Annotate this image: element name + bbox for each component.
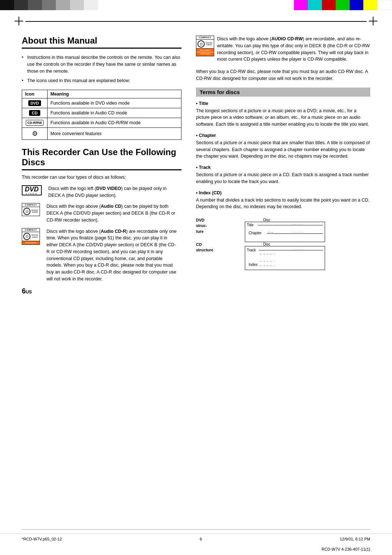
cdrw-rewritable-badge: ReWritable	[196, 52, 214, 56]
icon-col-header: Icon	[22, 90, 48, 98]
term-chapter-desc: Sections of a picture or a music piece t…	[196, 139, 370, 160]
dvd-icon-cell: DVD	[22, 98, 48, 108]
cdr-recordable-badge: Recordable	[22, 241, 40, 244]
cd-meaning-cell: Functions available in Audio CD mode	[48, 108, 181, 118]
page-number: 6	[22, 287, 26, 295]
cdrw-disc-entry: COMPACT DIGITALAUDIO Recordable ReWritab…	[196, 36, 370, 63]
cdrw-meaning-cell: Functions available in Audio CD-R/RW mod…	[48, 118, 181, 128]
svg-text:←→ ←→ ·  ·: ←→ ←→ · ·	[260, 264, 275, 267]
term-index-entry: Index (CD) A number that divides a track…	[196, 190, 370, 211]
color-block-4	[42, 0, 56, 10]
cdrw-recordable-badge: Recordable	[196, 48, 214, 52]
recorder-section-title: This Recorder Can Use the Following Disc…	[22, 147, 181, 170]
cd-logo-row1: COMPACT	[22, 203, 40, 207]
right-color-strip	[294, 0, 392, 10]
color-block-yellow	[363, 0, 377, 10]
recorder-intro: This recorder can use four types of disc…	[22, 174, 181, 181]
term-title-desc: The longest sections of a picture or a m…	[196, 108, 370, 128]
gear-icon-cell: ⚙	[22, 128, 48, 140]
dvd-chapter-label-text: Chapter	[249, 231, 262, 235]
color-block-3	[28, 0, 42, 10]
cdrw-icon: CD-R/RW	[26, 120, 44, 126]
page-number-area: 6US	[22, 287, 181, 295]
term-title-label: Title	[196, 101, 370, 106]
cdr-disc-logo: COMPACT DIGITALAUDIO Recordable	[22, 228, 40, 245]
table-row: CD Functions available in Audio CD mode	[22, 108, 181, 118]
left-color-strip	[0, 0, 98, 10]
gear-meaning-cell: More convenient features	[48, 128, 181, 140]
page-suffix: US	[26, 289, 32, 295]
bottom-divider	[0, 529, 392, 530]
cdrw-icon-cell: CD-R/RW	[22, 118, 48, 128]
cdrw-disc-circle-icon	[197, 40, 205, 48]
footer: *RCD-W7V.p65_02-12 6 12/9/01, 6:12 PM	[0, 534, 392, 544]
content-wrapper: About this Manual Instructions in this m…	[0, 32, 392, 310]
dvd-struct-label: DVDstruc-ture	[196, 218, 220, 234]
dvd-title-label-text: Title	[247, 223, 254, 227]
cdr-disc-circle-icon	[23, 233, 30, 240]
cd-digital-audio-text: DIGITALAUDIO	[31, 210, 38, 214]
cd-struct-svg: Disc Track . . . . . . . ←→ ←→ · · Ind	[220, 242, 328, 273]
svg-text:←→ ←→ ·  ·: ←→ ←→ · ·	[260, 252, 275, 256]
cdrw-note-text: When you buy a CD-RW disc, please note t…	[196, 68, 370, 82]
svg-text:· · · · · · ·: · · · · · · ·	[292, 231, 303, 234]
dvd-meaning-cell: Functions available in DVD video mode	[48, 98, 181, 108]
term-index-desc: A number that divides a track into secti…	[196, 197, 370, 211]
dvd-struct-svg: Disc Title . . . . . . . Chapter	[220, 218, 328, 245]
color-block-5	[56, 0, 70, 10]
cdr-disc-entry: COMPACT DIGITALAUDIO Recordable Discs wi…	[22, 228, 181, 283]
cd-struct-label: CDstructure	[196, 242, 220, 253]
color-block-blue	[350, 0, 363, 10]
crosshair-left-icon	[15, 17, 23, 25]
dvd-struct-row: DVDstruc-ture Disc Title	[196, 218, 370, 246]
cdrw-logo-row2: DIGITALAUDIO	[196, 40, 214, 48]
color-block-green	[336, 0, 350, 10]
right-column: COMPACT DIGITALAUDIO Recordable ReWritab…	[196, 36, 370, 295]
term-track-desc: Sections of a picture or a music piece o…	[196, 171, 370, 185]
cd-struct-row: CDstructure Disc Track . . . . .	[196, 242, 370, 274]
footer-center: 6	[200, 537, 202, 541]
dvd-logo-main-text: DVD	[23, 186, 41, 193]
cdr-digital-audio-text: DIGITALAUDIO	[31, 234, 38, 238]
cdr-logo-row1: COMPACT	[22, 228, 40, 232]
term-chapter-label: Chapter	[196, 133, 370, 138]
icon-table: Icon Meaning DVD Functions available in …	[22, 90, 181, 140]
footer-model: RCD-W7V 4-236-407-11(1)	[322, 547, 370, 551]
svg-text:. . . . . . .: . . . . . . .	[292, 222, 303, 226]
top-divider	[0, 10, 392, 32]
cd-disc-logo: COMPACT DIGITALAUDIO	[22, 203, 40, 216]
page-container: About this Manual Instructions in this m…	[0, 0, 392, 555]
cdr-disc-text: Discs with the logo above (Audio CD-R) a…	[46, 228, 178, 283]
table-row: ⚙ More convenient features	[22, 128, 181, 140]
cd-disc-label-text: Disc	[263, 242, 270, 246]
color-block-white	[377, 0, 392, 10]
color-block-6	[70, 0, 84, 10]
about-bullet-2: The icons used in this manual are explai…	[22, 77, 181, 84]
about-bullet-list: Instructions in this manual describe the…	[22, 54, 181, 84]
dvd-disc-entry: DVD VIDEO Discs with the logo left (DVD …	[22, 185, 181, 199]
dvd-icon: DVD	[28, 100, 41, 106]
color-block-7	[84, 0, 98, 10]
crosshair-right-icon	[369, 17, 377, 25]
color-block-red	[322, 0, 336, 10]
meaning-col-header: Meaning	[48, 90, 181, 98]
about-bullet-1: Instructions in this manual describe the…	[22, 54, 181, 74]
about-section-title: About this Manual	[22, 36, 181, 49]
term-chapter-entry: Chapter Sections of a picture or a music…	[196, 133, 370, 160]
top-rule-line	[25, 21, 367, 22]
term-track-label: Track	[196, 165, 370, 170]
svg-text:←→ ←→ ·  ·: ←→ ←→ · ·	[260, 260, 275, 263]
table-row: CD-R/RW Functions available in Audio CD-…	[22, 118, 181, 128]
dvd-struct-diagram: Disc Title . . . . . . . Chapter	[220, 218, 370, 246]
cdrw-logo-row1: COMPACT	[196, 36, 214, 40]
color-block-magenta	[294, 0, 308, 10]
terms-section-title: Terms for discs	[196, 88, 370, 97]
cd-struct-diagram: Disc Track . . . . . . . ←→ ←→ · · Ind	[220, 242, 370, 274]
left-column: About this Manual Instructions in this m…	[22, 36, 181, 295]
cdrw-disc-text: Discs with the logo above (AUDIO CD-RW) …	[196, 36, 370, 63]
cdrw-disc-logo: COMPACT DIGITALAUDIO Recordable ReWritab…	[196, 36, 214, 56]
cd-disc-text: Discs with the logo above (Audio CD) can…	[46, 203, 178, 223]
top-color-bar	[0, 0, 392, 10]
structure-diagram: DVDstruc-ture Disc Title	[196, 218, 370, 274]
cd-disc-entry: COMPACT DIGITALAUDIO Discs with the logo…	[22, 203, 181, 223]
